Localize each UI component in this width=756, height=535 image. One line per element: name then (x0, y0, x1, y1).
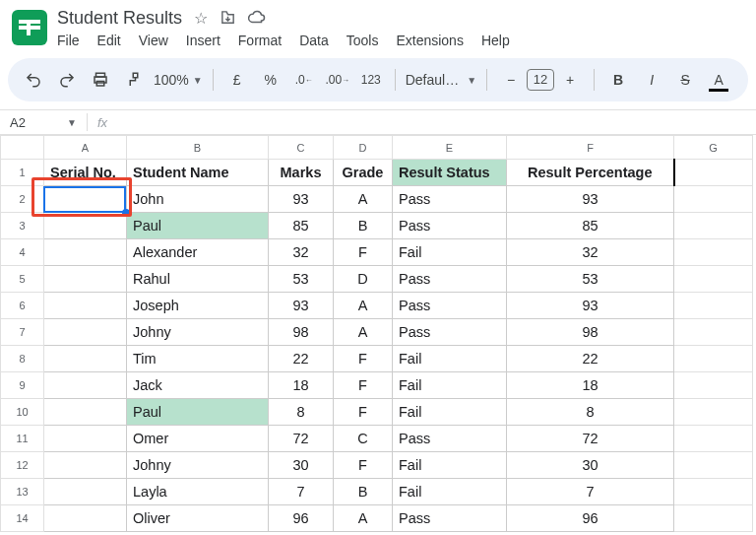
percent-button[interactable]: % (257, 66, 284, 94)
cell-A8[interactable] (44, 346, 127, 372)
cell-E3[interactable]: Pass (393, 213, 507, 239)
cell-G1[interactable] (674, 160, 753, 186)
cell-F8[interactable]: 22 (507, 346, 674, 372)
cell-A10[interactable] (44, 399, 127, 426)
cell-D5[interactable]: D (334, 266, 393, 293)
row-header-7[interactable]: 7 (1, 319, 44, 346)
cell-F13[interactable]: 7 (507, 479, 674, 505)
redo-button[interactable] (53, 66, 81, 94)
cell-C1[interactable]: Marks (269, 160, 334, 186)
cell-B12[interactable]: Johny (127, 452, 269, 479)
row-header-13[interactable]: 13 (1, 479, 44, 505)
row-header-11[interactable]: 11 (1, 426, 44, 452)
cell-C8[interactable]: 22 (269, 346, 334, 372)
cell-E1[interactable]: Result Status (393, 160, 507, 186)
name-box-dropdown[interactable]: ▼ (57, 117, 87, 128)
undo-button[interactable] (20, 66, 47, 94)
cell-A7[interactable] (44, 319, 127, 346)
menu-extensions[interactable]: Extensions (396, 33, 463, 48)
cell-G2[interactable] (674, 186, 753, 213)
cell-G10[interactable] (674, 399, 753, 426)
menu-edit[interactable]: Edit (97, 33, 121, 48)
cell-B5[interactable]: Rahul (127, 266, 269, 293)
cell-F9[interactable]: 18 (507, 372, 674, 399)
menu-tools[interactable]: Tools (346, 33, 379, 48)
paint-format-button[interactable] (120, 66, 148, 94)
font-size-input[interactable]: 12 (527, 69, 554, 91)
cell-C12[interactable]: 30 (269, 452, 334, 479)
cloud-status-icon[interactable] (248, 9, 266, 28)
row-header-6[interactable]: 6 (1, 293, 44, 319)
col-header-B[interactable]: B (127, 136, 269, 160)
cell-F12[interactable]: 30 (507, 452, 674, 479)
cell-D2[interactable]: A (334, 186, 393, 213)
cell-C11[interactable]: 72 (269, 426, 334, 452)
cell-F5[interactable]: 53 (507, 266, 674, 293)
row-header-5[interactable]: 5 (1, 266, 44, 293)
cell-A9[interactable] (44, 372, 127, 399)
cell-F11[interactable]: 72 (507, 426, 674, 452)
bold-button[interactable]: B (604, 66, 632, 94)
cell-B8[interactable]: Tim (127, 346, 269, 372)
menu-file[interactable]: File (57, 33, 80, 48)
cell-D11[interactable]: C (334, 426, 393, 452)
cell-F2[interactable]: 93 (507, 186, 674, 213)
cell-B3[interactable]: Paul (127, 213, 269, 239)
cell-F14[interactable]: 96 (507, 505, 674, 532)
cell-B4[interactable]: Alexander (127, 239, 269, 266)
cell-G7[interactable] (674, 319, 753, 346)
zoom-select[interactable]: 100%▼ (154, 72, 203, 88)
cell-C13[interactable]: 7 (269, 479, 334, 505)
cell-C10[interactable]: 8 (269, 399, 334, 426)
cell-D8[interactable]: F (334, 346, 393, 372)
cell-A6[interactable] (44, 293, 127, 319)
col-header-A[interactable]: A (44, 136, 127, 160)
decrease-font-button[interactable]: − (497, 66, 525, 94)
cell-E5[interactable]: Pass (393, 266, 507, 293)
cell-E8[interactable]: Fail (393, 346, 507, 372)
cell-C9[interactable]: 18 (269, 372, 334, 399)
cell-G11[interactable] (674, 426, 753, 452)
cell-F1[interactable]: Result Percentage (507, 160, 674, 186)
menu-view[interactable]: View (139, 33, 168, 48)
move-icon[interactable] (220, 9, 236, 28)
cell-A13[interactable] (44, 479, 127, 505)
font-select[interactable]: Defaul…▼ (406, 72, 476, 88)
text-color-button[interactable]: A (705, 66, 732, 94)
cell-G13[interactable] (674, 479, 753, 505)
select-all-corner[interactable] (1, 136, 44, 160)
cell-G9[interactable] (674, 372, 753, 399)
row-header-12[interactable]: 12 (1, 452, 44, 479)
cell-A12[interactable] (44, 452, 127, 479)
col-header-D[interactable]: D (334, 136, 393, 160)
cell-G6[interactable] (674, 293, 753, 319)
cell-E10[interactable]: Fail (393, 399, 507, 426)
col-header-F[interactable]: F (507, 136, 674, 160)
cell-B14[interactable]: Oliver (127, 505, 269, 532)
cell-E13[interactable]: Fail (393, 479, 507, 505)
cell-B2[interactable]: John (127, 186, 269, 213)
menu-help[interactable]: Help (481, 33, 510, 48)
cell-D13[interactable]: B (334, 479, 393, 505)
cell-G5[interactable] (674, 266, 753, 293)
cell-C3[interactable]: 85 (269, 213, 334, 239)
currency-button[interactable]: £ (223, 66, 251, 94)
menu-format[interactable]: Format (238, 33, 282, 48)
cell-D6[interactable]: A (334, 293, 393, 319)
cell-F7[interactable]: 98 (507, 319, 674, 346)
name-box[interactable]: A2 (0, 115, 57, 130)
cell-G3[interactable] (674, 213, 753, 239)
cell-D12[interactable]: F (334, 452, 393, 479)
cell-E9[interactable]: Fail (393, 372, 507, 399)
cell-C5[interactable]: 53 (269, 266, 334, 293)
cell-C4[interactable]: 32 (269, 239, 334, 266)
cell-F4[interactable]: 32 (507, 239, 674, 266)
menu-data[interactable]: Data (299, 33, 329, 48)
cell-D14[interactable]: A (334, 505, 393, 532)
cell-C7[interactable]: 98 (269, 319, 334, 346)
cell-G14[interactable] (674, 505, 753, 532)
cell-A4[interactable] (44, 239, 127, 266)
cell-D7[interactable]: A (334, 319, 393, 346)
cell-F6[interactable]: 93 (507, 293, 674, 319)
cell-B10[interactable]: Paul (127, 399, 269, 426)
